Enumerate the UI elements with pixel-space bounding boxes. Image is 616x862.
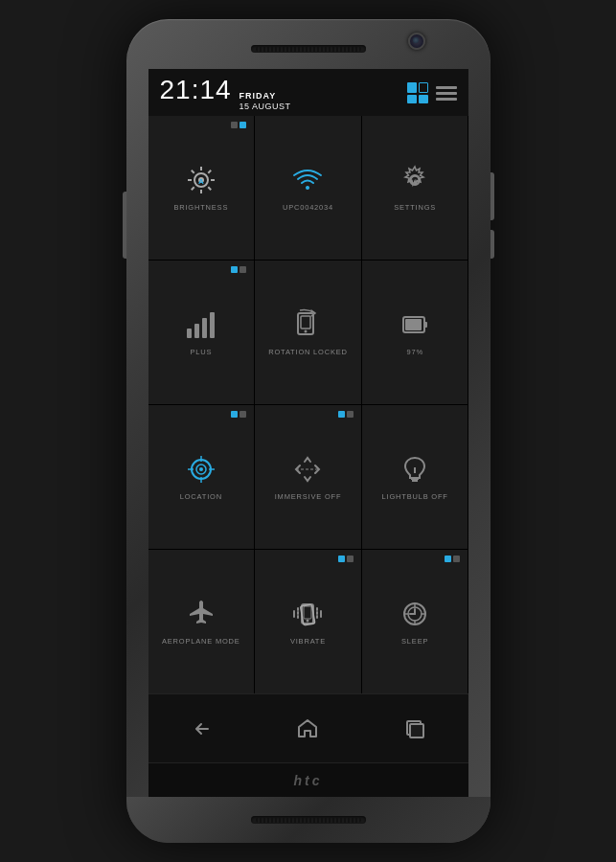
battery-label: 97% (406, 348, 422, 356)
day-name: FRIDAY (240, 91, 291, 102)
svg-rect-15 (194, 324, 199, 338)
tile-indicator-vibrate (338, 556, 354, 562)
wifi-icon (290, 163, 325, 197)
screen: 21:14 FRIDAY 15 AUGUST (148, 69, 468, 797)
vibrate-label: VIBRATE (290, 637, 326, 646)
svg-rect-22 (405, 319, 422, 330)
signal-icon (184, 307, 218, 342)
phone-device: 21:14 FRIDAY 15 AUGUST (126, 19, 491, 843)
recents-button[interactable] (394, 708, 436, 750)
wifi-label: UPC0042034 (283, 203, 333, 212)
tile-immersive[interactable]: IMMERSIVE OFF (255, 405, 361, 549)
ind1 (338, 556, 345, 562)
aeroplane-label: AEROPLANE MODE (162, 637, 240, 646)
svg-line-7 (208, 187, 211, 190)
phone-top (126, 19, 491, 69)
tile-sleep[interactable]: SLEEP (362, 550, 468, 693)
ind1 (231, 411, 238, 418)
grid-icon (407, 82, 428, 103)
rotation-label: ROTATION LOCKED (268, 348, 348, 356)
grid-view-button[interactable] (407, 82, 428, 103)
tile-lightbulb[interactable]: LIGHTBULB OFF (362, 405, 468, 549)
time-block: 21:14 FRIDAY 15 AUGUST (160, 75, 291, 112)
volume-button[interactable] (491, 230, 494, 259)
settings-label: SETTINGS (394, 203, 436, 212)
immersive-icon (290, 452, 325, 487)
svg-point-26 (199, 467, 203, 471)
ind1 (231, 266, 238, 273)
htc-logo: htc (294, 773, 323, 788)
list-icon (436, 86, 457, 101)
immersive-label: IMMERSIVE OFF (275, 492, 342, 501)
rotation-icon (290, 307, 325, 342)
location-icon (184, 452, 218, 487)
svg-point-11 (306, 186, 309, 190)
tile-indicator-plus (231, 266, 246, 273)
home-button[interactable] (286, 708, 329, 750)
svg-rect-36 (304, 606, 311, 619)
svg-line-8 (208, 170, 211, 173)
tile-wifi[interactable]: UPC0042034 (255, 116, 361, 260)
phone-bottom (126, 797, 491, 843)
back-button[interactable] (180, 708, 222, 750)
status-bar: 21:14 FRIDAY 15 AUGUST (148, 69, 468, 116)
brightness-icon: A (184, 163, 218, 197)
date-text: 15 AUGUST (240, 102, 291, 112)
svg-line-9 (192, 187, 194, 190)
power-button[interactable] (491, 172, 494, 220)
sleep-icon (398, 597, 432, 631)
tile-brightness[interactable]: A BRIGHTNESS (148, 116, 255, 260)
htc-branding: htc (148, 762, 468, 797)
ind2 (240, 122, 246, 128)
tile-location[interactable]: LOCATION (148, 405, 255, 549)
top-speaker (251, 45, 366, 53)
brightness-label: BRIGHTNESS (173, 203, 228, 212)
clock: 21:14 (160, 75, 232, 105)
plus-label: PLUS (190, 348, 212, 356)
ind2 (240, 266, 246, 273)
tile-indicator-location (231, 411, 246, 418)
svg-rect-19 (301, 316, 310, 329)
ind1 (338, 411, 345, 418)
aeroplane-icon (184, 597, 218, 631)
bottom-speaker (251, 816, 366, 824)
ind1 (445, 556, 451, 562)
sleep-label: SLEEP (401, 637, 428, 646)
tile-indicator-sleep (445, 556, 460, 562)
settings-icon (398, 163, 432, 197)
ind2 (347, 556, 354, 562)
volume-left-button[interactable] (123, 192, 126, 259)
vibrate-icon (290, 597, 325, 631)
front-camera (408, 33, 425, 50)
lightbulb-label: LIGHTBULB OFF (382, 492, 448, 501)
tile-plus[interactable]: PLUS (148, 261, 255, 404)
date-block: FRIDAY 15 AUGUST (240, 91, 291, 112)
location-label: LOCATION (180, 492, 222, 501)
navigation-bar (148, 693, 468, 762)
view-toggles (407, 82, 457, 103)
svg-rect-14 (187, 329, 192, 338)
svg-rect-17 (210, 312, 215, 338)
svg-text:A: A (198, 177, 204, 186)
ind2 (347, 411, 354, 418)
svg-point-37 (307, 620, 309, 623)
ind2 (453, 556, 460, 562)
list-view-button[interactable] (436, 86, 457, 101)
ind2 (240, 411, 246, 418)
svg-point-20 (305, 330, 308, 333)
lightbulb-icon (398, 452, 432, 487)
svg-line-6 (192, 170, 194, 173)
tile-indicator (231, 122, 246, 128)
tile-battery[interactable]: 97% (362, 261, 468, 404)
tile-settings[interactable]: SETTINGS (362, 116, 468, 260)
svg-rect-23 (424, 322, 427, 328)
svg-rect-16 (202, 318, 207, 338)
svg-rect-44 (410, 724, 423, 737)
tile-rotation[interactable]: ROTATION LOCKED (255, 261, 361, 404)
battery-icon (398, 307, 432, 342)
tile-aeroplane[interactable]: AEROPLANE MODE (148, 550, 255, 693)
tile-vibrate[interactable]: VIBRATE (255, 550, 361, 693)
tile-indicator-immersive (338, 411, 354, 418)
ind1 (231, 122, 238, 128)
